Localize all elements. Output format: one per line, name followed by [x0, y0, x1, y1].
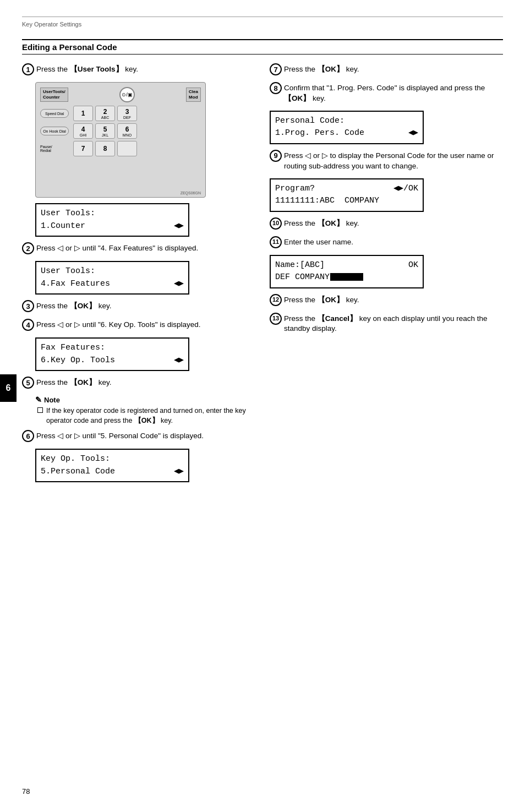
- pause-label: Pause/ Redial: [40, 145, 69, 152]
- right-column: 7 Press the 【OK】 key. 8 Confirm that "1.…: [270, 63, 503, 487]
- step-num-12: 12: [270, 294, 282, 306]
- lcd-step4: Fax Features: 6.Key Op. Tools ◀▶: [35, 337, 189, 371]
- lcd-step11: Name:[ABC]OK DEF COMPANY: [270, 255, 424, 288]
- lcd-step4-line1: Fax Features:: [41, 342, 184, 355]
- step-num-8: 8: [270, 82, 282, 94]
- step-2: 2 Press ◁ or ▷ until "4. Fax Features" i…: [22, 242, 253, 254]
- lcd-step11-line1: Name:[ABC]OK: [275, 259, 418, 272]
- step-num-6: 6: [22, 430, 34, 442]
- lcd-step2: User Tools: 4.Fax Features ◀▶: [35, 261, 189, 295]
- step-text-5: Press the 【OK】 key.: [36, 377, 112, 388]
- speed-dial-button[interactable]: Speed Dial: [40, 109, 69, 118]
- page-number: 78: [22, 787, 30, 795]
- note-item-1: If the key operator code is registered a…: [35, 406, 253, 426]
- lcd-step1: User Tools: 1.Counter ◀▶: [35, 203, 189, 237]
- lcd-step6-line1: Key Op. Tools:: [41, 453, 184, 466]
- section-title: Editing a Personal Code: [22, 42, 117, 52]
- key-2[interactable]: 2ABC: [95, 106, 115, 121]
- step-5: 5 Press the 【OK】 key.: [22, 377, 253, 389]
- step-num-7: 7: [270, 63, 282, 75]
- lcd-step9-line2: 11111111:ABC COMPANY: [275, 195, 418, 208]
- lcd-step1-line1: User Tools:: [41, 208, 184, 220]
- step-text-8: Confirm that "1. Prog. Pers. Code" is di…: [284, 82, 503, 104]
- key-8[interactable]: 8: [95, 141, 115, 156]
- step-text-1: Press the 【User Tools】 key.: [36, 63, 138, 75]
- lcd-step2-line2: 4.Fax Features ◀▶: [41, 278, 184, 291]
- step-text-9: Press ◁ or ▷ to display the Personal Cod…: [284, 150, 503, 172]
- step-9: 9 Press ◁ or ▷ to display the Personal C…: [270, 150, 503, 172]
- note-checkbox: [37, 407, 43, 413]
- step-num-5: 5: [22, 377, 34, 389]
- numpad-row-2: 4GHI 5JKL 6MNO: [73, 123, 137, 139]
- lcd-step6: Key Op. Tools: 5.Personal Code ◀▶: [35, 449, 189, 482]
- lcd-step8-line1: Personal Code:: [275, 115, 418, 128]
- step-text-2: Press ◁ or ▷ until "4. Fax Features" is …: [36, 242, 198, 254]
- speed-dial-row: Speed Dial 1 2ABC 3DEF: [40, 106, 201, 121]
- panel-circle-button[interactable]: ⊙/▣: [119, 87, 135, 102]
- section-title-bar: Editing a Personal Code: [22, 39, 503, 55]
- step-num-4: 4: [22, 319, 34, 331]
- panel-clear-box: Clea Mod: [186, 88, 201, 101]
- lcd-step6-line2: 5.Personal Code ◀▶: [41, 466, 184, 478]
- lcd-step8: Personal Code: 1.Prog. Pers. Code◀▶: [270, 111, 424, 144]
- step-num-11: 11: [270, 236, 282, 248]
- header-text: Key Operator Settings: [22, 21, 81, 28]
- step-text-13: Press the 【Cancel】 key on each display u…: [284, 313, 503, 335]
- step-13: 13 Press the 【Cancel】 key on each displa…: [270, 313, 503, 335]
- lcd-step9: Program?◀▶/OK 11111111:ABC COMPANY: [270, 178, 424, 212]
- key-9[interactable]: [117, 141, 137, 156]
- key-7[interactable]: 7: [73, 141, 93, 156]
- step-8: 8 Confirm that "1. Prog. Pers. Code" is …: [270, 82, 503, 104]
- lcd-step1-line2: 1.Counter ◀▶: [41, 220, 184, 233]
- on-hook-row: On Hook Dial 4GHI 5JKL 6MNO: [40, 123, 201, 139]
- step-num-2: 2: [22, 242, 34, 254]
- step-11: 11 Enter the user name.: [270, 236, 503, 248]
- step-num-9: 9: [270, 150, 282, 162]
- machine-panel: UserTools/ Counter ⊙/▣ Clea Mod: [35, 82, 206, 198]
- note-title: ✎ Note: [35, 395, 253, 404]
- key-6[interactable]: 6MNO: [117, 123, 137, 139]
- key-5[interactable]: 5JKL: [95, 123, 115, 139]
- left-column: 1 Press the 【User Tools】 key. UserTools/…: [22, 63, 253, 487]
- pause-row: Pause/ Redial 7 8: [40, 141, 201, 156]
- step-num-13: 13: [270, 313, 282, 325]
- panel-top-row: UserTools/ Counter ⊙/▣ Clea Mod: [40, 87, 201, 102]
- zeqs-label: ZEQS06GN: [181, 191, 201, 195]
- lcd-step8-line2: 1.Prog. Pers. Code◀▶: [275, 127, 418, 140]
- panel-label-usertools: UserTools/ Counter: [40, 88, 68, 101]
- note-box: ✎ Note If the key operator code is regis…: [35, 395, 253, 426]
- step-1: 1 Press the 【User Tools】 key.: [22, 63, 253, 75]
- step-text-10: Press the 【OK】 key.: [284, 217, 359, 229]
- lcd-step9-line1: Program?◀▶/OK: [275, 183, 418, 195]
- key-4[interactable]: 4GHI: [73, 123, 93, 139]
- step-10: 10 Press the 【OK】 key.: [270, 217, 503, 230]
- numpad-row-3: 7 8: [73, 141, 137, 156]
- lcd-step11-line2: DEF COMPANY: [275, 271, 418, 284]
- key-1[interactable]: 1: [73, 106, 93, 121]
- numpad-row-1: 1 2ABC 3DEF: [73, 106, 137, 121]
- key-3[interactable]: 3DEF: [117, 106, 137, 121]
- step-3: 3 Press the 【OK】 key.: [22, 300, 253, 312]
- step-text-3: Press the 【OK】 key.: [36, 300, 112, 312]
- note-pencil-icon: ✎: [35, 395, 42, 404]
- machine-panel-inner: UserTools/ Counter ⊙/▣ Clea Mod: [36, 83, 205, 197]
- step-text-4: Press ◁ or ▷ until "6. Key Op. Tools" is…: [36, 319, 200, 330]
- lcd-step4-line2: 6.Key Op. Tools ◀▶: [41, 355, 184, 367]
- step-text-12: Press the 【OK】 key.: [284, 294, 359, 306]
- step-text-11: Enter the user name.: [284, 236, 353, 248]
- step-6: 6 Press ◁ or ▷ until "5. Personal Code" …: [22, 430, 253, 442]
- header-bar: Key Operator Settings: [22, 17, 503, 28]
- step-text-6: Press ◁ or ▷ until "5. Personal Code" is…: [36, 430, 204, 442]
- step-num-10: 10: [270, 217, 282, 230]
- step-num-1: 1: [22, 63, 34, 75]
- step-7: 7 Press the 【OK】 key.: [270, 63, 503, 75]
- step-num-3: 3: [22, 300, 34, 312]
- step-12: 12 Press the 【OK】 key.: [270, 294, 503, 306]
- step-text-7: Press the 【OK】 key.: [284, 63, 359, 75]
- lcd-step2-line1: User Tools:: [41, 265, 184, 278]
- step-4: 4 Press ◁ or ▷ until "6. Key Op. Tools" …: [22, 319, 253, 331]
- on-hook-button[interactable]: On Hook Dial: [40, 127, 69, 135]
